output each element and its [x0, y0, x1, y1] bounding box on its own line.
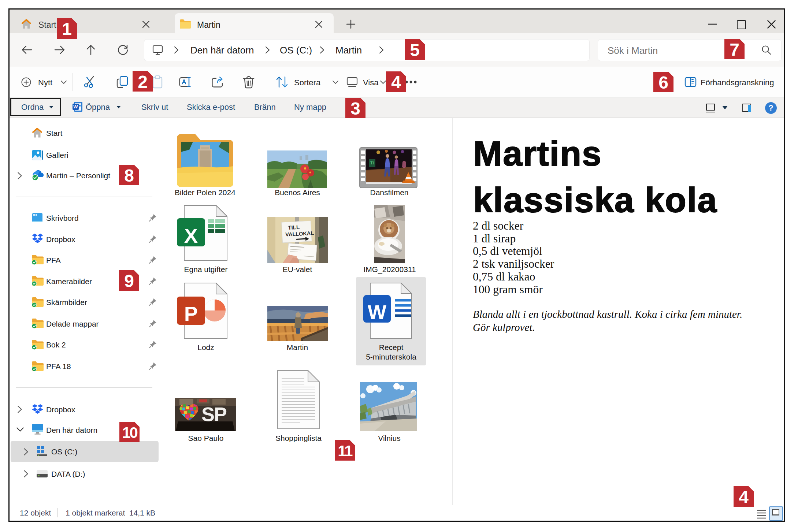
svg-text:X: X — [184, 224, 198, 247]
svg-text:W: W — [368, 301, 386, 323]
svg-text:TILL: TILL — [288, 224, 300, 231]
svg-text:TI: TI — [370, 161, 374, 165]
svg-text:P: P — [184, 302, 198, 325]
svg-text:W: W — [73, 104, 78, 109]
